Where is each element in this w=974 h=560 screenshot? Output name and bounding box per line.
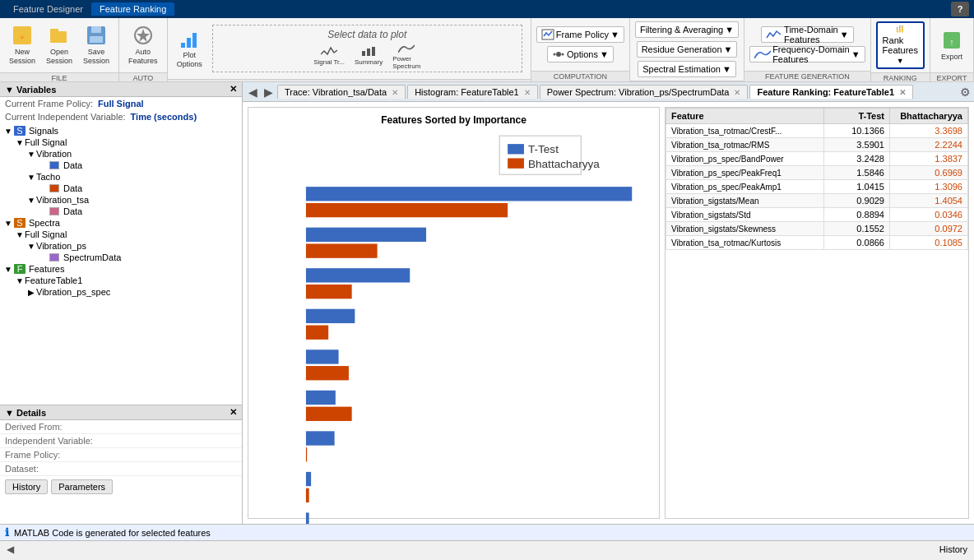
full-signal-spectra-node[interactable]: ▼ Full Signal [12, 229, 242, 240]
vibration-tsa-data-item[interactable]: Data [35, 206, 242, 217]
feature-ranking-tab-label: Feature Ranking: FeatureTable1 [757, 87, 894, 97]
scroll-left-btn[interactable]: ◀ [7, 544, 14, 555]
auto-features-button[interactable]: AutoFeatures [124, 21, 162, 69]
signal-trace-button[interactable]: Signal Tr... [310, 44, 348, 68]
table-row[interactable]: Vibration_tsa_rotmac/Kurtosis0.08660.108… [666, 236, 968, 250]
tacho-node[interactable]: ▼ Tacho [23, 171, 242, 183]
frame-policy-icon [541, 29, 554, 40]
table-row[interactable]: Vibration_sigstats/Std0.88940.0346 [666, 208, 968, 222]
vibration-node[interactable]: ▼ Vibration [23, 148, 242, 160]
power-spectrum-tab[interactable]: Power Spectrum: Vibration_ps/SpectrumDat… [540, 85, 749, 99]
trace-tab[interactable]: Trace: Vibration_tsa/Data ✕ [277, 85, 406, 99]
variables-tree[interactable]: ▼ S Signals ▼ Full Signal ▼ [0, 123, 242, 405]
new-session-icon: + [12, 25, 33, 46]
svg-text:Bhattacharyya: Bhattacharyya [528, 158, 600, 170]
filtering-averaging-dropdown[interactable]: Filtering & Averaging ▼ [635, 21, 739, 38]
residue-generation-dropdown[interactable]: Residue Generation ▼ [637, 41, 738, 58]
feature-ranking-tab[interactable]: Feature Ranking: FeatureTable1 ✕ [749, 85, 913, 99]
ttest-cell: 0.8894 [824, 208, 890, 222]
new-session-button[interactable]: + NewSession [5, 21, 39, 69]
plot-options-button[interactable]: PlotOptions [173, 25, 206, 72]
tab-feature-ranking[interactable]: Feature Ranking [91, 2, 174, 16]
spectrumdata-item[interactable]: SpectrumData [35, 252, 242, 263]
frequency-domain-features-dropdown[interactable]: Frequency-DomainFeatures ▼ [749, 46, 865, 62]
trace-tab-close[interactable]: ✕ [392, 88, 398, 97]
bhatt-cell: 0.6969 [890, 166, 968, 180]
variables-title: ▼ Variables [5, 85, 56, 95]
details-panel-header: ▼ Details ✕ [0, 405, 242, 420]
options-dropdown[interactable]: Options ▼ [547, 46, 614, 62]
file-section-label: FILE [0, 72, 118, 82]
vibration-tsa-node[interactable]: ▼ Vibration_tsa [23, 194, 242, 206]
parameters-button[interactable]: Parameters [51, 479, 113, 494]
histogram-tab[interactable]: Histogram: FeatureTable1 ✕ [407, 85, 538, 99]
variables-close-icon[interactable]: ✕ [230, 84, 237, 95]
vps-toggle: ▼ [26, 242, 36, 251]
table-row[interactable]: Vibration_tsa_rotmac/CrestF...10.13663.3… [666, 124, 968, 138]
plot-options-label: PlotOptions [177, 51, 202, 69]
save-session-button[interactable]: SaveSession [79, 21, 114, 69]
svg-text:T-Test: T-Test [528, 143, 559, 155]
full-signal-node[interactable]: ▼ Full Signal [12, 137, 242, 148]
feature-ranking-tab-close[interactable]: ✕ [899, 88, 906, 97]
toolbar-auto-content: AutoFeatures [119, 18, 167, 72]
power-spectrum-tab-close[interactable]: ✕ [734, 88, 740, 97]
frame-policy-dropdown[interactable]: Frame Policy ▼ [536, 26, 624, 43]
power-spectrum-button[interactable]: PowerSpectrum [389, 44, 424, 68]
signals-node[interactable]: ▼ S Signals [0, 125, 242, 137]
plot-type-buttons: Signal Tr... Summary [310, 44, 424, 68]
toolbar-dataprocessing-group: Filtering & Averaging ▼ Residue Generati… [630, 18, 744, 81]
export-button[interactable]: ↑ Export [935, 21, 968, 69]
history-button[interactable]: History [5, 479, 48, 494]
table-row[interactable]: Vibration_ps_spec/PeakFreq11.58460.6969 [666, 166, 968, 180]
svg-rect-44 [306, 326, 328, 340]
feature-cell: Vibration_tsa_rotmac/CrestF... [666, 124, 824, 138]
time-domain-features-dropdown[interactable]: Time-DomainFeatures ▼ [761, 26, 854, 43]
tab-next-button[interactable]: ▶ [262, 86, 276, 99]
options-icon [552, 49, 565, 60]
summary-button[interactable]: Summary [351, 44, 386, 68]
vibration-data-item[interactable]: Data [35, 160, 242, 171]
histogram-tab-close[interactable]: ✕ [524, 88, 531, 97]
help-button[interactable]: ? [951, 2, 969, 16]
vibration-ps-spec-item[interactable]: ▶ Vibration_ps_spec [23, 286, 242, 298]
vibration-tsa-data-label: Data [63, 206, 82, 216]
details-close-icon[interactable]: ✕ [230, 407, 237, 418]
tacho-label: Tacho [36, 172, 60, 182]
frame-policy-row: Current Frame Policy: Full Signal [0, 97, 242, 110]
bhatt-cell: 0.1085 [890, 236, 968, 250]
svg-rect-52 [306, 488, 309, 502]
frame-policy-arrow: ▼ [610, 30, 619, 39]
featuretable1-node[interactable]: ▼ FeatureTable1 [12, 275, 242, 286]
tab-settings-button[interactable]: ⚙ [960, 86, 971, 99]
spectral-estimation-dropdown[interactable]: Spectral Estimation ▼ [638, 61, 736, 77]
featuregeneration-section-label: FEATURE GENERATION [744, 71, 870, 81]
new-session-label: NewSession [9, 48, 35, 66]
tacho-data-label: Data [63, 183, 82, 193]
svg-text:1: 1 [897, 26, 899, 30]
tab-prev-button[interactable]: ◀ [246, 86, 260, 99]
chart-title: Features Sorted by Importance [255, 114, 652, 126]
toolbar-featuregeneration-group: Time-DomainFeatures ▼ Frequency-DomainFe… [744, 18, 870, 81]
table-row[interactable]: Vibration_sigstats/Skewness0.15520.0972 [666, 222, 968, 236]
tab-feature-designer[interactable]: Feature Designer [5, 2, 91, 16]
spectral-label: Spectral Estimation [642, 64, 721, 74]
svg-rect-12 [367, 49, 370, 56]
table-row[interactable]: Vibration_sigstats/Mean0.90291.4054 [666, 194, 968, 208]
table-row[interactable]: Vibration_ps_spec/PeakAmp11.04151.3096 [666, 180, 968, 194]
svg-rect-42 [306, 285, 352, 299]
export-icon: ↑ [941, 30, 962, 51]
chart-container: Features Sorted by Importance T-Test Bha… [248, 107, 660, 519]
features-node[interactable]: ▼ F Features [0, 263, 242, 275]
frame-policy-label: Frame Policy [556, 30, 609, 39]
vibration-ps-node[interactable]: ▼ Vibration_ps [23, 240, 242, 252]
spectra-node[interactable]: ▼ S Spectra [0, 217, 242, 229]
open-session-button[interactable]: OpenSession [42, 21, 77, 69]
svg-rect-41 [306, 268, 410, 282]
rank-features-button[interactable]: 1 2 3 RankFeatures ▼ [876, 21, 925, 69]
tacho-data-item[interactable]: Data [35, 183, 242, 194]
table-row[interactable]: Vibration_ps_spec/BandPower3.24281.3837 [666, 152, 968, 166]
svg-rect-38 [306, 203, 508, 217]
table-row[interactable]: Vibration_tsa_rotmac/RMS3.59012.2244 [666, 138, 968, 152]
svg-rect-39 [306, 228, 426, 242]
